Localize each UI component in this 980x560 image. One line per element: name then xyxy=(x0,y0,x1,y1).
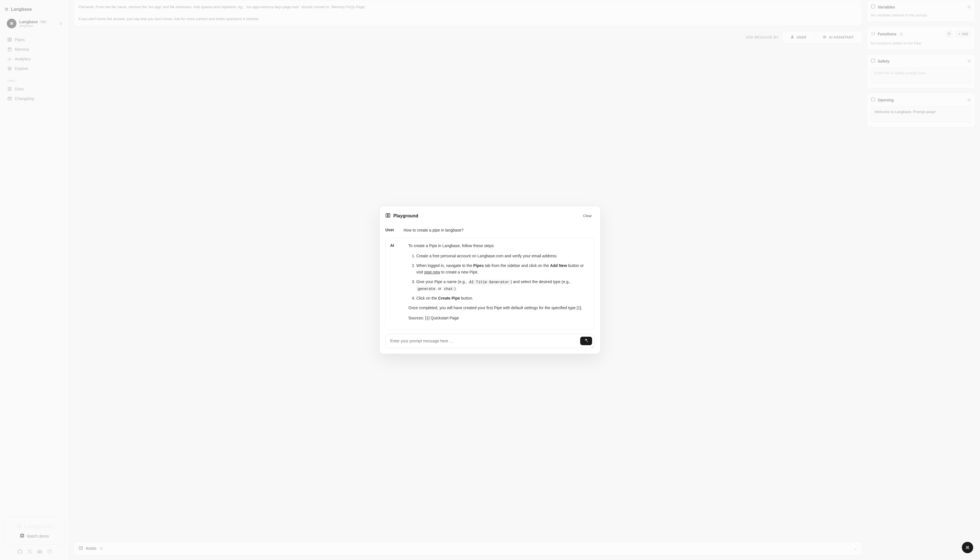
ai-step-2: When logged in, navigate to the Pipes ta… xyxy=(416,262,590,276)
ai-outro: Once completed, you will have created yo… xyxy=(408,305,590,312)
send-button[interactable] xyxy=(580,337,592,345)
svg-rect-17 xyxy=(386,213,387,217)
command-icon: ⌘ xyxy=(965,545,970,550)
sparkle-icon xyxy=(584,338,588,343)
user-message-row: User How to create a pipe in langbase? xyxy=(386,225,594,238)
command-fab[interactable]: ⌘ xyxy=(962,542,973,553)
prompt-input[interactable] xyxy=(387,335,580,347)
svg-rect-18 xyxy=(388,213,390,217)
ai-step-3: Give your Pipe a name (e.g., AI Title Ge… xyxy=(416,278,590,292)
pipe-new-link[interactable]: pipe.new xyxy=(424,270,440,274)
ai-step-1: Create a free personal account on Langba… xyxy=(416,253,590,260)
user-message-body: How to create a pipe in langbase? xyxy=(404,227,594,234)
clear-button[interactable]: Clear xyxy=(580,212,594,220)
playground-overlay: Playground Clear User How to create a pi… xyxy=(0,0,980,560)
modal-title: Playground xyxy=(393,213,418,218)
prompt-input-row xyxy=(386,334,594,348)
ai-intro: To create a Pipe in Langbase, follow the… xyxy=(408,243,590,249)
ai-step-4: Click on the Create Pipe button. xyxy=(416,295,590,302)
modal-header: Playground Clear xyxy=(386,212,594,220)
ai-sources: Sources: [1] Quickstart Page xyxy=(408,315,590,322)
msg-role-user: User xyxy=(386,227,398,234)
playground-icon xyxy=(386,213,391,219)
ai-response-wrapper: AI To create a Pipe in Langbase, follow … xyxy=(386,238,594,330)
msg-role-ai: AI xyxy=(390,243,403,325)
playground-modal: Playground Clear User How to create a pi… xyxy=(379,206,601,354)
ai-message-body: To create a Pipe in Langbase, follow the… xyxy=(408,243,590,325)
